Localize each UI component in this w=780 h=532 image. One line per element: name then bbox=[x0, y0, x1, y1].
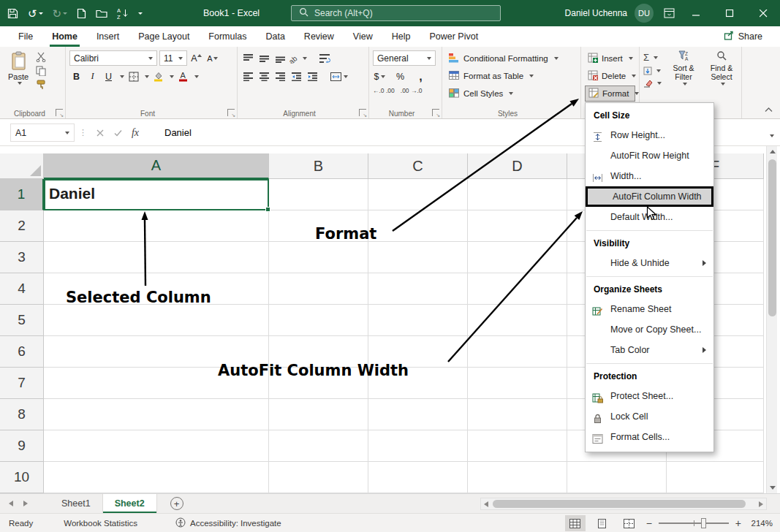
cell-c9[interactable] bbox=[368, 430, 468, 462]
increase-decimal-button[interactable]: ←.0 .00 bbox=[373, 87, 395, 94]
cell-e10[interactable] bbox=[567, 462, 667, 493]
menu-item-default-width[interactable]: Default Width... bbox=[586, 207, 713, 227]
redo-dropdown-icon[interactable] bbox=[63, 12, 67, 15]
menu-item-protect-sheet[interactable]: Protect Sheet... bbox=[586, 386, 713, 406]
menu-item-tab-color[interactable]: Tab Color bbox=[586, 340, 713, 360]
sort-az-icon[interactable]: AZ bbox=[117, 7, 129, 19]
avatar[interactable]: DU bbox=[635, 4, 654, 23]
normal-view-button[interactable] bbox=[565, 515, 586, 531]
page-layout-view-button[interactable] bbox=[592, 515, 613, 531]
tab-data[interactable]: Data bbox=[256, 26, 294, 47]
font-color-dropdown-icon[interactable] bbox=[194, 75, 199, 78]
copy-button[interactable] bbox=[36, 66, 46, 76]
new-file-icon[interactable] bbox=[77, 8, 86, 19]
cell-d10[interactable] bbox=[468, 462, 567, 493]
menu-item-lock-cell[interactable]: Lock Cell bbox=[586, 406, 713, 427]
cell-b3[interactable] bbox=[269, 242, 368, 273]
cell-c1[interactable] bbox=[368, 179, 468, 210]
cancel-entry-button[interactable] bbox=[91, 123, 109, 142]
row-header-1[interactable]: 1 bbox=[0, 179, 44, 210]
tab-view[interactable]: View bbox=[344, 26, 382, 47]
cell-b8[interactable] bbox=[269, 399, 368, 430]
autosum-button[interactable]: Σ bbox=[643, 52, 662, 63]
row-header-4[interactable]: 4 bbox=[0, 273, 44, 305]
cell-c4[interactable] bbox=[368, 273, 468, 305]
row-header-5[interactable]: 5 bbox=[0, 305, 44, 336]
insert-cells-button[interactable]: Insert bbox=[585, 50, 635, 66]
prev-sheet-icon[interactable] bbox=[9, 501, 13, 506]
align-right-button[interactable] bbox=[273, 69, 287, 84]
menu-item-width[interactable]: Width... bbox=[586, 166, 713, 186]
cell-styles-button[interactable]: Cell Styles bbox=[446, 86, 577, 102]
cell-b4[interactable] bbox=[269, 273, 368, 305]
name-box-dropdown-icon[interactable] bbox=[65, 132, 69, 134]
row-header-7[interactable]: 7 bbox=[0, 368, 44, 399]
column-header-b[interactable]: B bbox=[269, 153, 368, 179]
zoom-out-button[interactable]: − bbox=[646, 517, 652, 529]
cell-a4[interactable] bbox=[44, 273, 269, 305]
minimize-button[interactable] bbox=[679, 0, 713, 26]
decrease-indent-button[interactable] bbox=[289, 69, 303, 84]
fill-button[interactable] bbox=[643, 66, 662, 75]
share-button[interactable]: Share bbox=[716, 26, 770, 47]
menu-item-row-height[interactable]: Row Height... bbox=[586, 125, 713, 145]
font-dialog-launcher[interactable] bbox=[227, 109, 235, 116]
alignment-dialog-launcher[interactable] bbox=[359, 109, 366, 116]
cell-c6[interactable] bbox=[368, 336, 468, 368]
accessibility-status[interactable]: Accessibility: Investigate bbox=[175, 517, 281, 529]
workbook-statistics-button[interactable]: Workbook Statistics bbox=[64, 519, 137, 528]
clipboard-dialog-launcher[interactable] bbox=[56, 109, 63, 116]
tab-help[interactable]: Help bbox=[382, 26, 420, 47]
zoom-level[interactable]: 214% bbox=[748, 519, 773, 528]
paste-button[interactable]: Paste bbox=[5, 50, 31, 90]
increase-font-button[interactable]: A bbox=[189, 50, 203, 66]
paste-dropdown-icon[interactable] bbox=[18, 82, 22, 85]
name-box[interactable]: A1 bbox=[10, 123, 75, 142]
format-painter-button[interactable] bbox=[36, 80, 46, 90]
close-button[interactable] bbox=[746, 0, 780, 26]
sort-filter-button[interactable]: ZA Sort & Filter bbox=[667, 50, 700, 88]
find-select-button[interactable]: Find & Select bbox=[705, 50, 738, 88]
cell-d1[interactable] bbox=[468, 179, 567, 210]
vertical-scroll-thumb[interactable] bbox=[768, 159, 776, 316]
row-header-3[interactable]: 3 bbox=[0, 242, 44, 273]
cell-a6[interactable] bbox=[44, 336, 269, 368]
increase-indent-button[interactable] bbox=[306, 69, 319, 84]
sheet-tab-sheet2[interactable]: Sheet2 bbox=[103, 494, 157, 513]
menu-item-move-copy-sheet[interactable]: Move or Copy Sheet... bbox=[586, 319, 713, 340]
user-name[interactable]: Daniel Uchenna bbox=[565, 8, 627, 18]
vertical-scrollbar[interactable] bbox=[766, 146, 777, 493]
cell-c5[interactable] bbox=[368, 305, 468, 336]
name-box-splitter[interactable]: ⋮ bbox=[79, 128, 87, 137]
zoom-slider-thumb[interactable] bbox=[701, 518, 706, 528]
font-name-combo[interactable]: Calibri bbox=[69, 50, 157, 66]
cell-b6[interactable] bbox=[269, 336, 368, 368]
align-middle-button[interactable] bbox=[257, 50, 271, 66]
number-dialog-launcher[interactable] bbox=[432, 109, 439, 116]
underline-dropdown-icon[interactable] bbox=[120, 75, 124, 78]
fill-color-dropdown-icon[interactable] bbox=[170, 75, 174, 78]
cell-b7[interactable] bbox=[269, 368, 368, 399]
decrease-decimal-button[interactable]: .00 →.0 bbox=[401, 87, 423, 94]
cell-a3[interactable] bbox=[44, 242, 269, 273]
tab-insert[interactable]: Insert bbox=[87, 26, 129, 47]
menu-item-hide-unhide[interactable]: Hide & Unhide bbox=[586, 253, 713, 273]
formula-bar-value[interactable]: Daniel bbox=[164, 127, 192, 138]
insert-function-button[interactable]: fx bbox=[126, 123, 144, 142]
menu-item-rename-sheet[interactable]: Rename Sheet bbox=[586, 299, 713, 319]
cell-f10[interactable] bbox=[667, 462, 764, 493]
align-center-button[interactable] bbox=[257, 69, 271, 84]
cell-d2[interactable] bbox=[468, 210, 567, 242]
merge-center-button[interactable] bbox=[330, 69, 348, 84]
cell-b9[interactable] bbox=[269, 430, 368, 462]
cell-a10[interactable] bbox=[44, 462, 269, 493]
customize-qat-icon[interactable] bbox=[138, 12, 143, 15]
borders-dropdown-icon[interactable] bbox=[145, 75, 149, 78]
zoom-slider[interactable] bbox=[659, 522, 729, 524]
cell-d6[interactable] bbox=[468, 336, 567, 368]
percent-style-button[interactable]: % bbox=[393, 69, 407, 84]
cell-c7[interactable] bbox=[368, 368, 468, 399]
cell-d3[interactable] bbox=[468, 242, 567, 273]
cell-b2[interactable] bbox=[269, 210, 368, 242]
open-folder-icon[interactable] bbox=[96, 9, 107, 18]
